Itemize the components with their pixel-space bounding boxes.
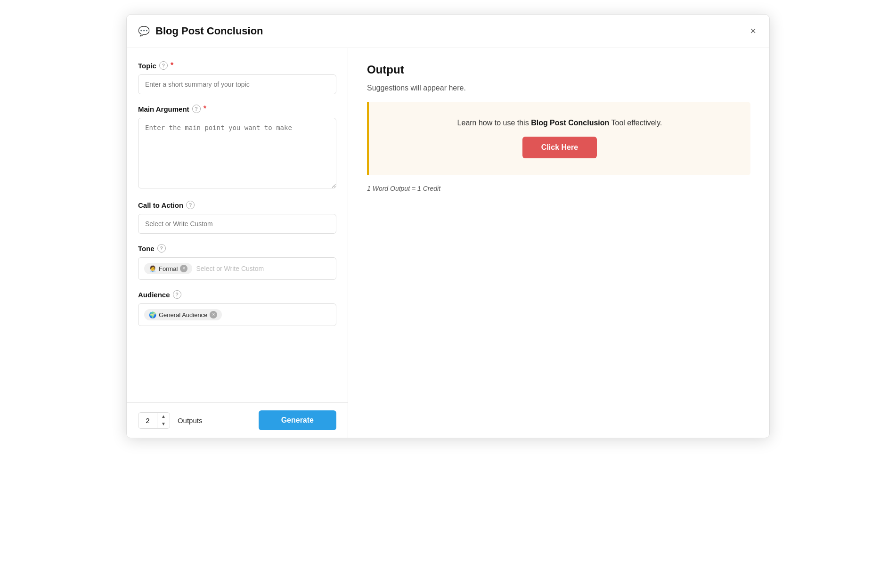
tone-tag-input[interactable]: 🧑‍💼 Formal × Select or Write Custom: [138, 257, 336, 280]
outputs-value: 2: [138, 413, 157, 428]
modal-title: Blog Post Conclusion: [155, 25, 742, 37]
close-button[interactable]: ×: [748, 23, 758, 39]
audience-tag-general-remove[interactable]: ×: [210, 311, 217, 318]
modal-body: Topic ? * Main Argument ? *: [127, 48, 769, 438]
click-here-button[interactable]: Click Here: [522, 137, 597, 158]
suggestions-text: Suggestions will appear here.: [367, 84, 750, 92]
outputs-stepper: 2 ▲ ▼: [138, 412, 170, 429]
audience-label: Audience ?: [138, 290, 336, 299]
audience-label-text: Audience: [138, 291, 170, 299]
audience-tag-input[interactable]: 🌍 General Audience ×: [138, 303, 336, 326]
topic-required-star: *: [171, 61, 173, 70]
call-to-action-input[interactable]: [138, 214, 336, 234]
tone-field-group: Tone ? 🧑‍💼 Formal × Select or Write Cust…: [138, 244, 336, 280]
outputs-label: Outputs: [178, 416, 203, 425]
tone-help-icon[interactable]: ?: [157, 244, 166, 253]
main-argument-label: Main Argument ? *: [138, 105, 336, 113]
output-title: Output: [367, 63, 750, 76]
topic-field-group: Topic ? *: [138, 61, 336, 94]
audience-tag-general-label: General Audience: [159, 311, 207, 318]
header-icon: 💬: [138, 25, 150, 37]
info-box-bold: Blog Post Conclusion: [531, 119, 609, 127]
left-panel: Topic ? * Main Argument ? *: [127, 48, 348, 402]
info-box-text-before: Learn how to use this: [457, 119, 531, 127]
tone-tag-formal-label: Formal: [159, 265, 178, 272]
tone-tag-formal-emoji: 🧑‍💼: [149, 265, 156, 272]
info-box-text: Learn how to use this Blog Post Conclusi…: [457, 119, 662, 127]
topic-label: Topic ? *: [138, 61, 336, 70]
call-to-action-label: Call to Action ?: [138, 201, 336, 209]
main-argument-required-star: *: [204, 105, 206, 113]
bottom-bar: 2 ▲ ▼ Outputs Generate: [127, 402, 348, 438]
info-box-text-after: Tool effectively.: [609, 119, 662, 127]
main-argument-field-group: Main Argument ? *: [138, 105, 336, 190]
stepper-arrows: ▲ ▼: [157, 413, 170, 428]
stepper-up-button[interactable]: ▲: [157, 413, 170, 420]
tone-tag-formal: 🧑‍💼 Formal ×: [144, 263, 192, 274]
info-box: Learn how to use this Blog Post Conclusi…: [367, 102, 750, 175]
tone-label-text: Tone: [138, 245, 155, 253]
main-argument-textarea[interactable]: [138, 118, 336, 188]
stepper-down-button[interactable]: ▼: [157, 420, 170, 428]
topic-help-icon[interactable]: ?: [159, 61, 168, 70]
tone-label: Tone ?: [138, 244, 336, 253]
credit-note: 1 Word Output = 1 Credit: [367, 185, 750, 192]
modal-header: 💬 Blog Post Conclusion ×: [127, 15, 769, 48]
audience-field-group: Audience ? 🌍 General Audience ×: [138, 290, 336, 326]
generate-button[interactable]: Generate: [259, 410, 336, 430]
left-panel-wrapper: Topic ? * Main Argument ? *: [127, 48, 348, 438]
main-argument-label-text: Main Argument: [138, 105, 189, 113]
audience-tag-general: 🌍 General Audience ×: [144, 309, 222, 320]
right-panel: Output Suggestions will appear here. Lea…: [348, 48, 769, 438]
main-argument-help-icon[interactable]: ?: [192, 105, 201, 113]
topic-label-text: Topic: [138, 62, 156, 70]
audience-tag-general-emoji: 🌍: [149, 311, 156, 318]
audience-help-icon[interactable]: ?: [173, 290, 181, 299]
call-to-action-label-text: Call to Action: [138, 201, 183, 209]
modal-container: 💬 Blog Post Conclusion × Topic ? *: [126, 14, 770, 438]
call-to-action-help-icon[interactable]: ?: [186, 201, 195, 209]
tone-tag-formal-remove[interactable]: ×: [180, 265, 187, 272]
tone-placeholder: Select or Write Custom: [196, 265, 264, 272]
call-to-action-field-group: Call to Action ?: [138, 201, 336, 234]
topic-input[interactable]: [138, 74, 336, 94]
